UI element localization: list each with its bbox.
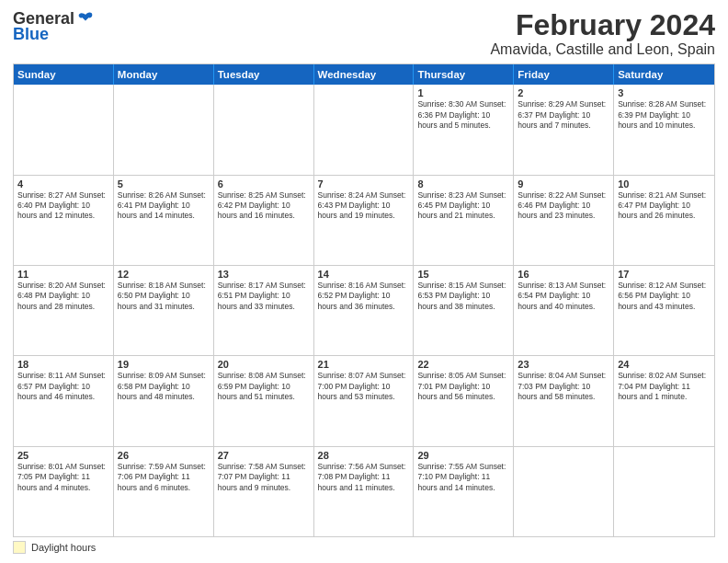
day-number: 3 bbox=[618, 87, 711, 98]
page-subtitle: Amavida, Castille and Leon, Spain bbox=[490, 41, 715, 58]
day-info: Sunrise: 8:28 AM Sunset: 6:39 PM Dayligh… bbox=[618, 99, 711, 131]
day-number: 9 bbox=[518, 178, 609, 190]
day-info: Sunrise: 8:05 AM Sunset: 7:01 PM Dayligh… bbox=[417, 371, 509, 402]
calendar-cell: 6Sunrise: 8:25 AM Sunset: 6:42 PM Daylig… bbox=[214, 176, 314, 265]
day-info: Sunrise: 8:13 AM Sunset: 6:54 PM Dayligh… bbox=[518, 281, 609, 312]
day-info: Sunrise: 8:23 AM Sunset: 6:45 PM Dayligh… bbox=[417, 190, 509, 222]
day-number: 23 bbox=[518, 359, 609, 370]
day-info: Sunrise: 7:55 AM Sunset: 7:10 PM Dayligh… bbox=[417, 462, 509, 493]
day-info: Sunrise: 8:16 AM Sunset: 6:52 PM Dayligh… bbox=[318, 281, 410, 312]
calendar-week-4: 25Sunrise: 8:01 AM Sunset: 7:05 PM Dayli… bbox=[14, 447, 714, 536]
calendar-cell: 23Sunrise: 8:04 AM Sunset: 7:03 PM Dayli… bbox=[514, 356, 614, 445]
day-number: 16 bbox=[518, 269, 609, 280]
title-block: February 2024 Amavida, Castille and Leon… bbox=[490, 9, 715, 58]
calendar-cell: 3Sunrise: 8:28 AM Sunset: 6:39 PM Daylig… bbox=[614, 85, 714, 174]
day-info: Sunrise: 8:02 AM Sunset: 7:04 PM Dayligh… bbox=[618, 371, 711, 402]
day-info: Sunrise: 8:17 AM Sunset: 6:51 PM Dayligh… bbox=[218, 281, 310, 312]
day-number: 26 bbox=[118, 450, 210, 461]
day-number: 14 bbox=[318, 269, 410, 280]
day-info: Sunrise: 8:20 AM Sunset: 6:48 PM Dayligh… bbox=[17, 281, 109, 312]
header-cell-tuesday: Tuesday bbox=[214, 64, 314, 85]
calendar-cell bbox=[214, 85, 314, 174]
header-cell-monday: Monday bbox=[114, 64, 214, 85]
calendar-cell: 28Sunrise: 7:56 AM Sunset: 7:08 PM Dayli… bbox=[314, 447, 415, 536]
day-info: Sunrise: 7:56 AM Sunset: 7:08 PM Dayligh… bbox=[318, 462, 410, 493]
day-info: Sunrise: 8:24 AM Sunset: 6:43 PM Dayligh… bbox=[318, 190, 410, 222]
calendar-cell: 21Sunrise: 8:07 AM Sunset: 7:00 PM Dayli… bbox=[314, 356, 415, 445]
day-number: 19 bbox=[118, 359, 210, 370]
day-number: 28 bbox=[318, 450, 410, 461]
calendar-cell bbox=[314, 85, 415, 174]
page-title: February 2024 bbox=[490, 9, 715, 41]
day-info: Sunrise: 8:18 AM Sunset: 6:50 PM Dayligh… bbox=[118, 281, 210, 312]
header-cell-friday: Friday bbox=[514, 64, 614, 85]
header-cell-sunday: Sunday bbox=[14, 64, 114, 85]
day-number: 20 bbox=[218, 359, 310, 370]
logo-bird-icon bbox=[76, 11, 95, 28]
day-info: Sunrise: 8:26 AM Sunset: 6:41 PM Dayligh… bbox=[118, 190, 210, 222]
day-info: Sunrise: 8:09 AM Sunset: 6:58 PM Dayligh… bbox=[118, 371, 210, 402]
calendar: SundayMondayTuesdayWednesdayThursdayFrid… bbox=[13, 63, 715, 537]
header-cell-thursday: Thursday bbox=[414, 64, 514, 85]
calendar-cell: 4Sunrise: 8:27 AM Sunset: 6:40 PM Daylig… bbox=[14, 176, 114, 265]
calendar-cell: 25Sunrise: 8:01 AM Sunset: 7:05 PM Dayli… bbox=[14, 447, 114, 536]
day-number: 6 bbox=[218, 178, 310, 190]
calendar-week-3: 18Sunrise: 8:11 AM Sunset: 6:57 PM Dayli… bbox=[14, 356, 714, 446]
calendar-cell: 18Sunrise: 8:11 AM Sunset: 6:57 PM Dayli… bbox=[14, 356, 114, 445]
calendar-cell: 8Sunrise: 8:23 AM Sunset: 6:45 PM Daylig… bbox=[414, 176, 514, 265]
calendar-cell: 29Sunrise: 7:55 AM Sunset: 7:10 PM Dayli… bbox=[414, 447, 514, 536]
day-number: 2 bbox=[518, 87, 609, 98]
legend: Daylight hours bbox=[13, 541, 96, 554]
header-cell-wednesday: Wednesday bbox=[314, 64, 415, 85]
logo: General Blue bbox=[13, 9, 95, 44]
calendar-cell: 20Sunrise: 8:08 AM Sunset: 6:59 PM Dayli… bbox=[214, 356, 314, 445]
calendar-cell: 27Sunrise: 7:58 AM Sunset: 7:07 PM Dayli… bbox=[214, 447, 314, 536]
calendar-cell: 11Sunrise: 8:20 AM Sunset: 6:48 PM Dayli… bbox=[14, 266, 114, 355]
calendar-cell: 15Sunrise: 8:15 AM Sunset: 6:53 PM Dayli… bbox=[414, 266, 514, 355]
day-number: 27 bbox=[218, 450, 310, 461]
logo-blue: Blue bbox=[13, 25, 49, 44]
day-number: 7 bbox=[318, 178, 410, 190]
day-info: Sunrise: 8:21 AM Sunset: 6:47 PM Dayligh… bbox=[618, 190, 711, 222]
day-number: 4 bbox=[17, 178, 109, 190]
calendar-cell: 1Sunrise: 8:30 AM Sunset: 6:36 PM Daylig… bbox=[414, 85, 514, 174]
calendar-cell: 17Sunrise: 8:12 AM Sunset: 6:56 PM Dayli… bbox=[614, 266, 714, 355]
day-number: 15 bbox=[417, 269, 509, 280]
day-info: Sunrise: 7:59 AM Sunset: 7:06 PM Dayligh… bbox=[118, 462, 210, 493]
calendar-header: SundayMondayTuesdayWednesdayThursdayFrid… bbox=[14, 64, 714, 85]
day-info: Sunrise: 7:58 AM Sunset: 7:07 PM Dayligh… bbox=[218, 462, 310, 493]
day-info: Sunrise: 8:11 AM Sunset: 6:57 PM Dayligh… bbox=[17, 371, 109, 402]
day-info: Sunrise: 8:12 AM Sunset: 6:56 PM Dayligh… bbox=[618, 281, 711, 312]
calendar-cell bbox=[14, 85, 114, 174]
legend-label: Daylight hours bbox=[31, 542, 96, 553]
calendar-cell: 24Sunrise: 8:02 AM Sunset: 7:04 PM Dayli… bbox=[614, 356, 714, 445]
day-info: Sunrise: 8:15 AM Sunset: 6:53 PM Dayligh… bbox=[417, 281, 509, 312]
calendar-cell: 2Sunrise: 8:29 AM Sunset: 6:37 PM Daylig… bbox=[514, 85, 614, 174]
day-number: 24 bbox=[618, 359, 711, 370]
calendar-cell: 5Sunrise: 8:26 AM Sunset: 6:41 PM Daylig… bbox=[114, 176, 214, 265]
day-number: 5 bbox=[118, 178, 210, 190]
day-number: 18 bbox=[17, 359, 109, 370]
page: General Blue February 2024 Amavida, Cast… bbox=[0, 0, 728, 563]
day-info: Sunrise: 8:27 AM Sunset: 6:40 PM Dayligh… bbox=[17, 190, 109, 222]
day-number: 8 bbox=[417, 178, 509, 190]
calendar-cell: 16Sunrise: 8:13 AM Sunset: 6:54 PM Dayli… bbox=[514, 266, 614, 355]
calendar-cell: 12Sunrise: 8:18 AM Sunset: 6:50 PM Dayli… bbox=[114, 266, 214, 355]
footer: Daylight hours bbox=[13, 541, 715, 554]
day-info: Sunrise: 8:30 AM Sunset: 6:36 PM Dayligh… bbox=[417, 99, 509, 131]
calendar-cell: 26Sunrise: 7:59 AM Sunset: 7:06 PM Dayli… bbox=[114, 447, 214, 536]
calendar-cell: 9Sunrise: 8:22 AM Sunset: 6:46 PM Daylig… bbox=[514, 176, 614, 265]
day-number: 12 bbox=[118, 269, 210, 280]
calendar-week-1: 4Sunrise: 8:27 AM Sunset: 6:40 PM Daylig… bbox=[14, 176, 714, 266]
day-info: Sunrise: 8:01 AM Sunset: 7:05 PM Dayligh… bbox=[17, 462, 109, 493]
calendar-cell: 7Sunrise: 8:24 AM Sunset: 6:43 PM Daylig… bbox=[314, 176, 415, 265]
day-info: Sunrise: 8:22 AM Sunset: 6:46 PM Dayligh… bbox=[518, 190, 609, 222]
day-number: 13 bbox=[218, 269, 310, 280]
day-number: 1 bbox=[417, 87, 509, 98]
calendar-cell: 13Sunrise: 8:17 AM Sunset: 6:51 PM Dayli… bbox=[214, 266, 314, 355]
day-info: Sunrise: 8:08 AM Sunset: 6:59 PM Dayligh… bbox=[218, 371, 310, 402]
day-number: 25 bbox=[17, 450, 109, 461]
calendar-cell bbox=[614, 447, 714, 536]
legend-box bbox=[13, 541, 26, 554]
calendar-cell bbox=[514, 447, 614, 536]
